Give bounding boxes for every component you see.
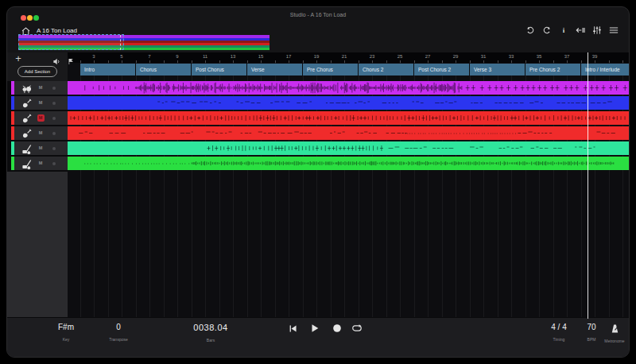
bars-label: Bars [179,338,242,343]
ruler-bar-label: 29 [453,54,459,59]
track-lane[interactable] [68,157,630,170]
track-waveform [68,141,630,155]
amp-guitar-icon [21,158,32,168]
ruler-bar-label: 5 [120,54,122,59]
info-icon[interactable]: i [559,25,568,35]
window-title: Studio - A 16 Ton Load [7,12,629,17]
track-header[interactable]: M [7,141,68,155]
ruler-bar-label: 25 [398,54,403,59]
bar-ruler[interactable]: 3579111315171921232527293133353739 [68,52,630,63]
track-lane[interactable] [68,111,630,125]
guitar-icon [21,128,32,138]
section-chip[interactable]: Pre Chorus 2 [525,64,580,76]
minimap-playhead [120,35,121,50]
track-header-body: M [14,141,68,155]
ruler-bar-label: 3 [92,54,95,59]
ruler-bar-label: 15 [258,54,264,59]
monitor-dot-icon[interactable] [52,87,56,91]
mixer-icon[interactable] [592,25,602,35]
app-window: Studio - A 16 Ton Load A 16 Ton Load i [6,6,630,358]
track-lane[interactable] [68,126,630,140]
bars-value: 0038.04 [179,323,242,332]
ruler-bar-label: 27 [425,54,431,59]
mute-button[interactable]: M [37,114,45,122]
section-chip[interactable]: Post Chorus [192,64,246,76]
guitar-icon [21,98,32,108]
amp-guitar-icon [21,143,32,153]
ruler-bar-label: 17 [286,54,292,59]
ruler-bar-label: 9 [176,54,178,59]
track-header-body: M [14,111,68,125]
track-header[interactable]: M [7,111,68,125]
track-lane[interactable] [68,141,630,155]
monitor-dot-icon[interactable] [52,147,56,151]
track-header[interactable]: M [7,126,68,140]
monitor-dot-icon[interactable] [52,102,56,106]
metronome-control[interactable]: Metronome [599,323,630,343]
track-header-body: M [14,81,68,95]
section-chip[interactable]: Chorus 2 [359,64,413,76]
key-control[interactable]: F#m Key [42,323,90,342]
playhead[interactable] [588,52,588,319]
header-toolbar: i [525,25,619,35]
minimap-viewport-selection[interactable] [18,34,124,50]
record-button[interactable] [331,322,343,335]
drums-icon [21,83,32,93]
timeline-content: 3579111315171921232527293133353739 Intro… [68,52,630,319]
ruler-bar-label: 33 [509,54,514,59]
section-chip[interactable]: Post Chorus 2 [414,64,469,76]
track-header[interactable]: M [7,157,68,170]
add-section-button[interactable]: Add Section [17,66,57,77]
transport-bar: F#m Key 0 Transpose 0038.04 Bars 4 / 4 T… [7,317,630,357]
track-header-body: M [14,126,68,140]
track-header-body: M [14,157,68,170]
track-header[interactable]: M [7,81,68,95]
guitar-icon [21,113,32,123]
transpose-value: 0 [95,323,142,331]
transpose-control[interactable]: 0 Transpose [95,323,142,342]
speaker-icon[interactable] [52,55,61,64]
key-value: F#m [42,323,90,331]
monitor-dot-icon[interactable] [52,132,56,136]
undo-icon[interactable] [525,25,535,35]
section-chip[interactable]: Verse 3 [470,64,525,76]
bars-display[interactable]: 0038.04 Bars [179,323,242,343]
monitor-dot-icon[interactable] [52,162,56,166]
mute-button[interactable]: M [37,130,45,137]
ruler-bar-label: 21 [342,54,347,59]
menu-icon[interactable] [609,25,619,35]
section-chip[interactable]: Intro [80,64,135,76]
mute-button[interactable]: M [37,99,45,106]
titlebar: Studio - A 16 Ton Load [7,7,629,23]
add-track-button[interactable]: + [13,53,24,64]
ruler-bar-label: 7 [148,54,150,59]
redo-icon[interactable] [542,25,552,35]
section-tools: + Add Section [7,52,68,81]
track-header-panel: + Add Section MMMMMM [7,52,68,319]
ruler-bar-label: 11 [203,54,207,59]
mute-button[interactable]: M [37,160,45,167]
collapse-panel-icon[interactable] [576,25,585,35]
ruler-bar-label: 35 [537,54,542,59]
empty-header-area [7,172,68,319]
ruler-bar-label: 31 [481,54,487,59]
loop-button[interactable] [351,322,363,335]
mute-button[interactable]: M [37,145,45,152]
skip-to-start-button[interactable] [286,322,299,335]
mute-button[interactable]: M [37,84,45,91]
track-waveform [68,111,630,125]
section-chip[interactable]: Pre Chorus [303,64,358,76]
track-lane[interactable] [68,96,630,110]
play-button[interactable] [308,322,321,335]
song-overview-minimap[interactable] [18,35,270,50]
section-chip[interactable]: Chorus [136,64,191,76]
track-header[interactable]: M [7,96,68,110]
monitor-dot-icon[interactable] [52,117,56,121]
arrangement-area: + Add Section MMMMMM 3579111315171921232… [7,52,630,319]
track-lane[interactable] [68,81,630,95]
transpose-label: Transpose [95,337,142,342]
section-chip[interactable]: Verse [247,64,302,76]
track-header-body: M [14,96,68,110]
ruler-bar-label: 19 [314,54,320,59]
key-label: Key [42,337,90,342]
